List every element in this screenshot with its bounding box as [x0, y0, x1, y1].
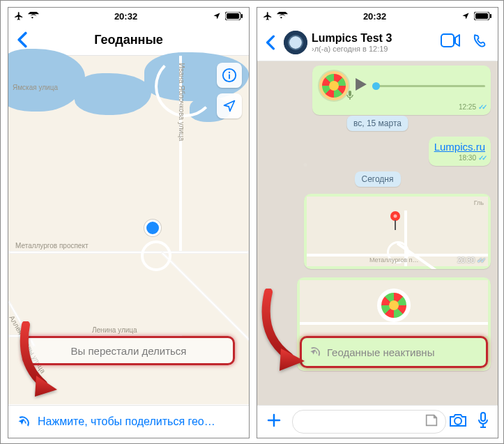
svg-point-4: [229, 72, 230, 73]
chevron-left-icon: [266, 35, 275, 50]
live-location-icon: [17, 415, 31, 429]
svg-rect-7: [475, 13, 488, 19]
info-icon: [222, 68, 237, 83]
mic-icon: [346, 91, 354, 100]
location-arrow-icon: [213, 12, 221, 20]
link-text: Lumpics.ru: [434, 141, 485, 153]
road-label: Ямская улица: [13, 84, 58, 91]
video-call-button[interactable]: [441, 33, 460, 52]
battery-icon: [474, 12, 492, 20]
svg-rect-2: [241, 14, 243, 18]
live-location-icon: [309, 346, 321, 358]
road-label: Ивана Яблочкова улица: [178, 63, 185, 141]
link-message[interactable]: Lumpics.ru 18:30✓✓: [429, 137, 491, 166]
battery-icon: [225, 12, 243, 20]
location-arrow-icon: [222, 99, 236, 113]
svg-rect-8: [490, 14, 491, 18]
mic-button[interactable]: [477, 412, 489, 431]
chat-name: Lumpics Test 3: [312, 32, 392, 45]
wifi-icon: [28, 12, 39, 20]
mic-icon: [477, 412, 489, 429]
location-thumbnail: Гль Металлургов п… 20:30✓✓: [307, 197, 488, 266]
voice-avatar: [318, 70, 350, 102]
voice-time: 12:25: [459, 103, 476, 111]
wifi-icon: [277, 12, 288, 20]
recenter-button[interactable]: [217, 93, 242, 118]
map-mini-label: Гль: [474, 199, 484, 206]
svg-point-16: [455, 418, 461, 424]
chat-substatus: ›л(-а) сегодня в 12:19: [312, 45, 392, 53]
location-message[interactable]: Гль Металлургов п… 20:30✓✓: [304, 194, 491, 269]
user-location-dot: [144, 220, 161, 236]
sticker-icon: [424, 413, 439, 428]
chat-input-bar: [257, 405, 498, 438]
camera-button[interactable]: [449, 413, 467, 431]
live-location-status: Геоданные неактивны: [327, 346, 434, 358]
svg-rect-11: [441, 34, 454, 47]
live-location-avatar: [377, 289, 411, 322]
avatar[interactable]: [284, 31, 307, 54]
message-input[interactable]: [292, 410, 446, 434]
svg-rect-5: [229, 74, 230, 79]
back-button[interactable]: [8, 31, 36, 48]
chat-header: Lumpics Test 3 ›л(-а) сегодня в 12:19: [257, 24, 498, 61]
play-button[interactable]: [356, 78, 367, 93]
live-location-message[interactable]: Геоданные неактивны: [297, 277, 491, 371]
airplane-mode-icon: [14, 11, 24, 21]
status-time: 20:32: [114, 11, 137, 22]
svg-rect-1: [227, 13, 239, 19]
status-bar: 20:32: [257, 8, 498, 24]
phone-screen-location: 20:32 Геоданные: [8, 7, 250, 438]
map-view[interactable]: Ивана Яблочкова улица Ямская улица Аллея…: [8, 56, 249, 404]
read-ticks-icon: ✓✓: [478, 154, 485, 162]
live-location-thumbnail: [300, 280, 488, 336]
svg-rect-15: [395, 220, 396, 230]
back-button[interactable]: [261, 35, 280, 50]
location-arrow-icon: [461, 12, 470, 20]
live-location-inactive-bar: Геоданные неактивны: [300, 336, 488, 368]
share-location-cta[interactable]: Нажмите, чтобы поделиться гео…: [8, 405, 249, 438]
chat-body[interactable]: 12:25✓✓ вс, 15 марта Lumpics.ru 18:30✓✓ …: [257, 61, 498, 406]
map-mini-label: Металлургов п…: [369, 257, 418, 263]
voice-message[interactable]: 12:25✓✓: [312, 66, 491, 115]
voice-scrubber[interactable]: [372, 85, 485, 87]
msg-time: 18:30: [459, 154, 476, 162]
map-info-button[interactable]: [217, 63, 242, 88]
read-ticks-icon: ✓✓: [478, 103, 485, 111]
phone-icon: [473, 33, 488, 49]
svg-rect-12: [349, 91, 351, 96]
date-pill: вс, 15 марта: [346, 116, 408, 131]
status-bar: 20:32: [8, 8, 249, 24]
read-ticks-icon: ✓✓: [477, 257, 484, 264]
road-label: Металлургов проспект: [15, 242, 88, 250]
stopped-sharing-toast: Вы перестали делиться: [22, 336, 235, 365]
camera-icon: [449, 413, 467, 428]
sticker-button[interactable]: [424, 413, 439, 431]
chevron-left-icon: [17, 31, 28, 48]
chat-title-block[interactable]: Lumpics Test 3 ›л(-а) сегодня в 12:19: [312, 32, 392, 53]
share-cta-label: Нажмите, чтобы поделиться гео…: [38, 415, 215, 428]
voice-call-button[interactable]: [473, 33, 488, 52]
map-pin-icon: [388, 210, 402, 234]
airplane-mode-icon: [263, 11, 273, 21]
play-icon: [356, 78, 367, 91]
attach-button[interactable]: [266, 412, 282, 431]
page-title: Геоданные: [8, 33, 249, 47]
status-time: 20:32: [363, 11, 386, 22]
plus-icon: [266, 412, 282, 429]
date-pill: Сегодня: [355, 171, 401, 187]
phone-screen-chat: 20:32 Lumpics Test 3 ›л(-а) сегодня в 12…: [257, 7, 498, 438]
road-label: Ленина улица: [92, 326, 137, 334]
svg-rect-17: [481, 413, 485, 421]
msg-time: 20:30: [457, 257, 475, 264]
svg-point-14: [394, 215, 397, 218]
video-icon: [441, 33, 460, 47]
